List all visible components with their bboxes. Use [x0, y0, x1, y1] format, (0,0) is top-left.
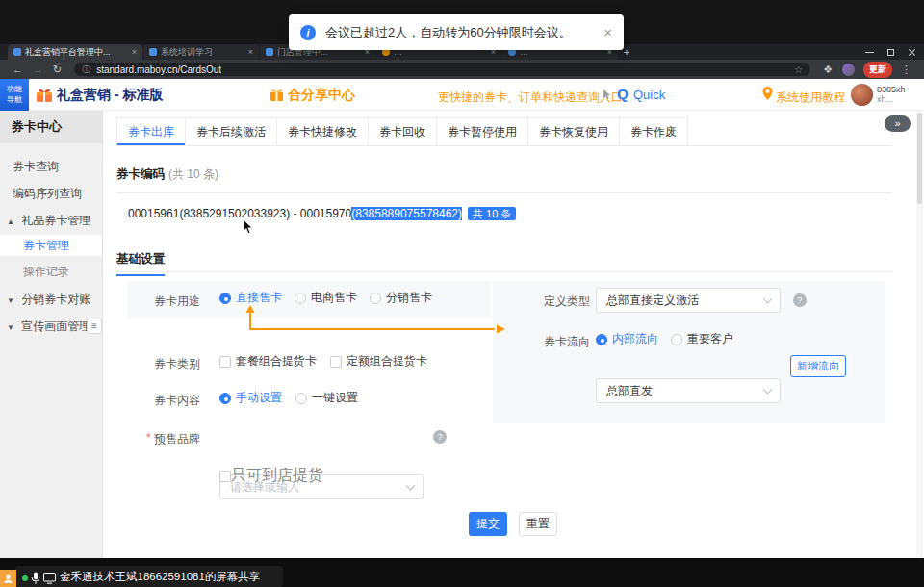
code-selected-text: (8385889075578462): [351, 207, 462, 220]
radio-icon: [219, 393, 231, 404]
tab-close-icon[interactable]: ×: [248, 47, 253, 57]
flow-select[interactable]: 总部直发: [596, 378, 781, 403]
browser-menu-icon[interactable]: ⋮: [901, 64, 911, 76]
chevron-down-icon: [763, 385, 773, 395]
chevron-down-icon: [763, 294, 773, 304]
bookmark-star-icon[interactable]: ☆: [794, 64, 803, 75]
checkbox-label: 定额组合提货卡: [346, 353, 427, 370]
sidebar-item-code-sequence-query[interactable]: 编码序列查询: [0, 183, 102, 204]
url-text: standard.maboy.cn/CardsOut: [96, 64, 221, 75]
meeting-toast: i 会议已超过2人，自动转为60分钟限时会议。 ×: [289, 14, 624, 50]
checkbox-icon: [219, 356, 231, 368]
sidebar: 券卡中心 券卡查询 编码序列查询 ▲ 礼品券卡管理 券卡管理 操作记录 ▼ 分销…: [0, 111, 103, 558]
reload-button[interactable]: ↻: [53, 64, 62, 76]
radio-label: 内部流向: [612, 331, 658, 347]
sidebar-item-card-management[interactable]: 券卡管理: [0, 235, 102, 256]
tab-close-icon[interactable]: ×: [132, 47, 137, 57]
tab-card-void[interactable]: 券卡作废: [619, 117, 688, 145]
content-mode-options: 手动设置 一键设置: [219, 390, 358, 406]
forward-button[interactable]: →: [33, 64, 43, 75]
sidebar-item-operation-records[interactable]: 操作记录: [0, 261, 102, 282]
brand-label: 预售品牌: [154, 431, 200, 447]
sidebar-collapse-button[interactable]: ≡: [87, 319, 102, 334]
tab-card-pause[interactable]: 券卡暂停使用: [436, 117, 528, 145]
checkbox-option-package-combo-card[interactable]: 套餐组合提货卡: [219, 353, 317, 370]
radio-option-internal-flow[interactable]: 内部流向: [596, 331, 658, 347]
back-button[interactable]: ←: [13, 64, 23, 75]
tab-favicon: [266, 48, 273, 56]
annotation-arrow: [233, 303, 512, 338]
codes-count: (共 10 条): [168, 167, 218, 181]
window-controls: [865, 44, 916, 60]
screen-share-icon: [43, 573, 56, 584]
tab-title: 系统培训学习: [161, 46, 244, 59]
select-value: 总部直发: [606, 383, 653, 399]
tab-cards-out[interactable]: 券卡出库: [116, 117, 186, 145]
tab-card-resume[interactable]: 券卡恢复使用: [527, 117, 620, 145]
submit-button[interactable]: 提交: [469, 512, 507, 536]
browser-toolbar: ← → ↻ ⓘ standard.maboy.cn/CardsOut ☆ ❖ 更…: [0, 60, 924, 79]
toast-text: 会议已超过2人，自动转为60分钟限时会议。: [325, 24, 572, 41]
checkbox-option-fixed-amount-combo-card[interactable]: 定额组合提货卡: [330, 353, 427, 370]
category-options: 套餐组合提货卡 定额组合提货卡: [219, 353, 427, 370]
radio-option-important-customer[interactable]: 重要客户: [671, 331, 733, 347]
define-type-select[interactable]: 总部直接定义激活: [596, 288, 781, 313]
tutorial-link[interactable]: 系统使用教程: [776, 89, 845, 106]
share-center-link[interactable]: 合分享中心: [288, 87, 355, 104]
tab-favicon: [13, 48, 21, 56]
function-nav-toggle[interactable]: 功能 导航: [0, 79, 29, 111]
radio-option-one-click-setup[interactable]: 一键设置: [295, 390, 358, 406]
microphone-icon: [31, 572, 40, 585]
user-avatar[interactable]: [851, 84, 873, 106]
tab-title: 礼盒营销平台管理中...: [25, 46, 127, 59]
quick-entry-tip[interactable]: 更快捷的券卡、订单和快递查询入口: [438, 89, 623, 106]
scrollbar-thumb[interactable]: [917, 113, 922, 204]
content-tab-bar: 券卡出库 券卡后续激活 券卡快捷修改 券卡回收 券卡暂停使用 券卡恢复使用 券卡…: [116, 117, 892, 146]
brand-title: 礼盒营销 - 标准版: [57, 87, 163, 104]
scrollbar[interactable]: [916, 111, 923, 558]
panel-collapse-button[interactable]: »: [885, 115, 911, 132]
toast-close-icon[interactable]: ×: [603, 24, 612, 40]
radio-label: 一键设置: [312, 390, 358, 406]
tab-favicon: [149, 48, 157, 56]
radio-label: 手动设置: [236, 390, 282, 406]
collapse-arrow-icon: ▼: [7, 323, 14, 332]
sidebar-group-distribution-reconciliation[interactable]: ▼ 分销券卡对账: [0, 289, 102, 310]
category-label: 券卡类别: [154, 356, 200, 372]
checkbox-store-pickup-only[interactable]: 只可到店提货: [219, 466, 323, 486]
window-minimize-button[interactable]: [865, 52, 874, 53]
sidebar-item-label: 操作记录: [23, 265, 69, 278]
tab-card-recycle[interactable]: 券卡回收: [368, 117, 437, 145]
collapse-arrow-icon: ▲: [7, 217, 14, 226]
radio-icon: [219, 293, 231, 304]
sidebar-item-card-query[interactable]: 券卡查询: [0, 156, 102, 177]
extensions-icon[interactable]: ❖: [823, 64, 833, 76]
collapse-arrow-icon: ▼: [7, 296, 14, 305]
browser-update-button[interactable]: 更新: [863, 62, 892, 78]
content-mode-label: 券卡内容: [154, 393, 200, 409]
browser-profile-avatar[interactable]: [842, 64, 855, 76]
tab-card-quick-edit[interactable]: 券卡快捷修改: [276, 117, 369, 145]
tab-card-activation[interactable]: 券卡后续激活: [185, 117, 277, 145]
quick-link[interactable]: Quick: [633, 88, 665, 102]
user-sub: xh...: [877, 94, 893, 104]
brand-help-icon[interactable]: ?: [433, 430, 447, 444]
site-info-icon[interactable]: ⓘ: [82, 64, 90, 76]
reset-button[interactable]: 重置: [519, 512, 557, 536]
checkbox-label: 套餐组合提货卡: [236, 353, 317, 370]
sidebar-item-label: 礼品券卡管理: [21, 214, 90, 227]
add-flow-button[interactable]: 新增流向: [790, 355, 846, 377]
basic-settings-title: 基础设置: [116, 251, 165, 276]
radio-option-manual-setup[interactable]: 手动设置: [219, 390, 282, 406]
browser-tab-gift-marketing[interactable]: 礼盒营销平台管理中... ×: [8, 44, 142, 60]
sidebar-title: 券卡中心: [0, 111, 102, 143]
select-value: 总部直接定义激活: [606, 293, 699, 309]
define-type-help-icon[interactable]: ?: [793, 294, 807, 307]
required-asterisk: *: [146, 431, 151, 445]
sidebar-group-gift-card-management[interactable]: ▲ 礼品券卡管理: [0, 210, 102, 231]
browser-tab-training[interactable]: 系统培训学习 ×: [143, 44, 259, 60]
address-bar[interactable]: ⓘ standard.maboy.cn/CardsOut ☆: [74, 63, 810, 76]
window-close-button[interactable]: [908, 48, 916, 57]
window-maximize-button[interactable]: [887, 49, 894, 56]
chevron-down-icon: [406, 481, 416, 491]
